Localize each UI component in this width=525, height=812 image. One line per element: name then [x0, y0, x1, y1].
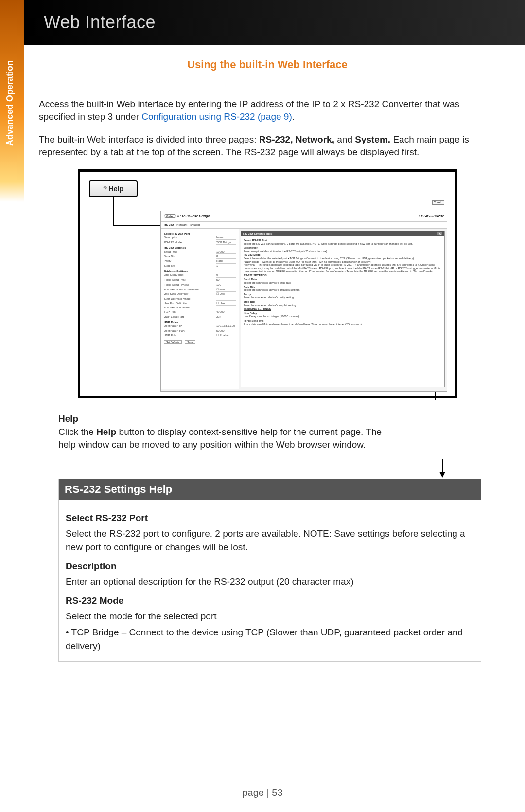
mini-l: Use Start Delimiter: [164, 292, 188, 296]
mini-v[interactable]: 50: [216, 278, 236, 282]
mini-l: Baud Rate: [164, 250, 177, 254]
mini-v[interactable]: 19200: [216, 250, 236, 254]
mini-title: IP To RS-232 Bridge: [177, 214, 210, 217]
mini-form: Select RS-232 Port DescriptionNone RS-23…: [161, 229, 239, 389]
mini-sec: RS-232 Settings: [164, 246, 236, 250]
mini-v[interactable]: 100: [216, 283, 236, 287]
mini-v[interactable]: None: [216, 259, 236, 263]
mh: RS-232 Mode: [244, 253, 442, 257]
mt: Force data send if time elapses larger t…: [244, 323, 362, 325]
sidebar-label: Advanced Operation: [5, 60, 15, 146]
mini-v[interactable]: 192.168.1.100: [216, 325, 236, 328]
mini-l: Data Bits: [164, 255, 175, 259]
screenshot-frame: ?Help Gefen IP To RS-232 Bridge EXT-IP-2…: [78, 169, 457, 398]
mini-tab-rs232[interactable]: RS-232: [164, 223, 174, 227]
mt: Select the connected device's data bits …: [244, 289, 299, 291]
hc-bold: Help: [96, 427, 116, 437]
mini-v[interactable]: ☐ Add: [216, 288, 236, 292]
mini-v[interactable]: ☐ Use: [216, 292, 236, 296]
mini-v[interactable]: 49200: [216, 310, 236, 314]
mini-help-panel: RS-232 Settings HelpX Select RS-232 Port…: [241, 231, 445, 387]
intro2-bold: RS-232, Network,: [259, 134, 334, 144]
mt: • TCP Bridge – Connect to the device usi…: [288, 257, 414, 260]
mini-v[interactable]: ☐ Use: [216, 302, 236, 306]
help-button-label: Help: [109, 185, 123, 193]
zoom-title: RS-232 Settings Help: [59, 479, 481, 500]
mini-l: Destination Port: [164, 329, 185, 333]
page-number: page | 53: [0, 787, 525, 798]
mini-l: Start Delimiter Value: [164, 297, 191, 301]
mini-v[interactable]: [216, 297, 236, 301]
svg-marker-6: [439, 472, 445, 478]
mini-help-close[interactable]: X: [438, 232, 442, 235]
help-caption: Help Click the Help button to display co…: [58, 413, 399, 451]
help-button-callout[interactable]: ?Help: [89, 180, 138, 197]
zoom-h2: Description: [66, 559, 474, 573]
mini-tab-system[interactable]: System: [190, 223, 200, 227]
mh: Baud Rate: [244, 278, 442, 281]
down-arrow: [58, 459, 515, 479]
mh: Force Send (ms): [244, 319, 442, 323]
mini-v[interactable]: TCP Bridge: [216, 241, 236, 245]
mini-header: Gefen IP To RS-232 Bridge EXT-IP-2-RS232: [161, 211, 447, 222]
intro2-mid: and: [334, 134, 355, 144]
help-caption-title: Help: [58, 413, 399, 425]
mt: Enter the connected device's parity sett…: [244, 296, 294, 299]
mini-tabs: RS-232 Network System ? Help: [161, 222, 447, 229]
mt: Enter an optional description for the RS…: [244, 250, 327, 253]
mini-l: Force Send (ms): [164, 278, 186, 282]
mini-tab-network[interactable]: Network: [176, 223, 187, 227]
mini-brand: Gefen: [164, 214, 176, 218]
mt: Select the connected device's baud rate: [244, 281, 291, 284]
mini-v[interactable]: 1: [216, 264, 236, 268]
zoom-p3: Select the mode for the selected port: [66, 610, 474, 623]
mini-v[interactable]: 234: [216, 315, 236, 319]
help-q-icon: ?: [103, 185, 107, 193]
mini-l: Add Delimiters to data sent: [164, 288, 199, 292]
mini-set-defaults[interactable]: Set Defaults: [164, 340, 182, 344]
mini-l: Use End Delimiter: [164, 302, 187, 306]
mh: RS-232 SETTINGS: [244, 274, 442, 277]
mini-l: UDP Local Port: [164, 315, 184, 319]
mt: Select the RS-232 port to configure. 2 p…: [244, 242, 413, 245]
mini-l: UDP Echo: [164, 334, 177, 338]
config-link[interactable]: Configuration using RS-232 (page 9): [141, 111, 292, 122]
mini-v[interactable]: 0: [216, 273, 236, 277]
mh: Parity: [244, 293, 442, 296]
zoom-help-panel: RS-232 Settings Help Select RS-232 Port …: [58, 479, 481, 662]
intro-paragraph-2: The built-in Web interface is divided in…: [39, 133, 496, 158]
mini-sec: Bridging Settings: [164, 270, 236, 273]
mt: • Terminal – The unit is generally expec…: [244, 263, 440, 272]
intro-paragraph-1: Access the built-in Web interface by ent…: [39, 98, 496, 123]
mini-help-button[interactable]: ? Help: [432, 200, 444, 205]
zoom-h1: Select RS-232 Port: [66, 511, 474, 525]
zoom-p1: Select the RS-232 port to configure. 2 p…: [66, 527, 474, 554]
mini-v[interactable]: [216, 306, 236, 309]
mini-l: Force Send (bytes): [164, 283, 189, 287]
mini-l: Stop Bits: [164, 264, 175, 268]
mh: Line Delay: [244, 312, 442, 315]
intro2a: The built-in Web interface is divided in…: [39, 134, 259, 144]
mini-l: Parity: [164, 259, 171, 263]
mini-v[interactable]: 8: [216, 255, 236, 259]
mini-l: End Delimiter Value: [164, 306, 190, 309]
mini-l: TCP Port: [164, 310, 176, 314]
mh: Description: [244, 246, 442, 250]
mini-help-title: RS-232 Settings Help: [243, 232, 272, 235]
mh: Data Bits: [244, 286, 442, 289]
mini-v[interactable]: 50000: [216, 329, 236, 333]
mini-l: Description: [164, 236, 178, 240]
mini-ui: Gefen IP To RS-232 Bridge EXT-IP-2-RS232…: [160, 211, 447, 392]
zoom-p4: • TCP Bridge – Connect to the device usi…: [66, 626, 474, 652]
mt: Enter the connected device's stop bit se…: [244, 304, 296, 307]
zoom-p2: Enter an optional description for the RS…: [66, 575, 474, 589]
mini-save[interactable]: Save: [185, 340, 195, 344]
mini-l: Line Delay (ms): [164, 273, 184, 277]
mini-v[interactable]: ☐ Enable: [216, 334, 236, 338]
mini-v[interactable]: None: [216, 236, 236, 240]
mt: Select the mode for the selected port: [244, 257, 287, 260]
mini-form-title: Select RS-232 Port: [164, 232, 236, 235]
mini-l: RS-232 Mode: [164, 241, 182, 245]
mt: • UDP Bridge – Connect to the device usi…: [244, 260, 371, 263]
mt: Line Delay must be an integer (10000 ms …: [244, 315, 299, 318]
